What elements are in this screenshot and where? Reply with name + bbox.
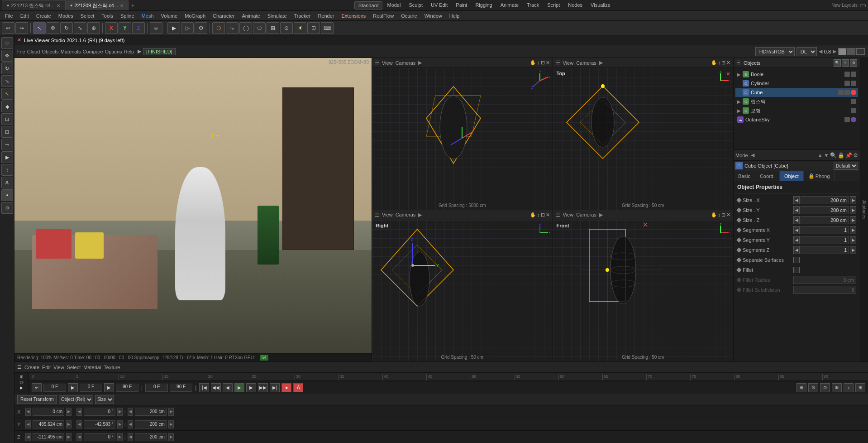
tree-item-cylinder[interactable]: C Cylinder (735, 79, 858, 88)
coord-x-left-arrow[interactable]: ◀ (25, 408, 31, 416)
menu-realflow[interactable]: RealFlow (370, 12, 397, 19)
vp-right-menu-icon[interactable]: ☰ (375, 212, 379, 218)
tab1-close-btn[interactable]: ✕ (57, 3, 60, 8)
sidebar-vertex-btn[interactable]: A (1, 177, 13, 188)
menu-help[interactable]: Help (446, 12, 463, 19)
vp-front-expand[interactable]: ▶ (599, 212, 603, 218)
vp-front-close-icon[interactable]: ✕ (726, 212, 730, 218)
coord-rz-left-arrow[interactable]: ◀ (76, 433, 82, 441)
vp-right-cameras[interactable]: Cameras (396, 212, 416, 217)
sidebar-logo-btn[interactable]: ✦ (1, 189, 13, 201)
tree-tag2-icon-octanesky[interactable] (851, 117, 856, 122)
sculpt-tools-btn[interactable]: ⌨ (321, 22, 334, 34)
coord-z-right-arrow[interactable]: ▶ (66, 433, 72, 441)
coord-sy-left-arrow[interactable]: ◀ (128, 420, 133, 429)
tc-right-current[interactable]: 0 F (145, 384, 168, 392)
sidebar-grid-btn[interactable]: ⊞ (1, 202, 13, 214)
prop-checkbox-separate-surfaces[interactable] (793, 257, 800, 263)
rp-menu-icon[interactable]: ☰ (736, 60, 741, 66)
transform-btn[interactable]: ⊕ (87, 22, 100, 34)
prop-tab-phong[interactable]: 🔒 Phong (804, 171, 835, 181)
vp-top-close-icon[interactable]: ✕ (726, 60, 730, 66)
reset-transform-btn[interactable]: Reset Transform (17, 395, 57, 404)
layout-paint[interactable]: Paint (452, 1, 471, 10)
hdr-select[interactable]: HDR/sRGB (755, 47, 795, 56)
coord-x-pos-input[interactable]: 0 cm (33, 408, 64, 416)
coord-x-rot-input[interactable]: 0 ° (84, 408, 115, 416)
tc-record-btn[interactable]: ● (281, 383, 291, 392)
vp-perspective-menu-icon[interactable]: ☰ (375, 60, 379, 66)
lv-menu-materials[interactable]: Materials (61, 49, 81, 54)
tc-play-btn[interactable]: ▶ (234, 383, 244, 392)
gen-btn[interactable]: ◯ (239, 22, 252, 34)
vp-right-view[interactable]: View (382, 212, 393, 217)
sidebar-scale-btn[interactable]: ⤡ (1, 75, 13, 87)
coord-y-pos-input[interactable]: 485.624 cm (33, 420, 64, 429)
move-btn[interactable]: ✥ (47, 22, 59, 34)
prop-up-icon[interactable]: ▲ (817, 152, 823, 159)
coord-z-pos-input[interactable]: -111.495 cm (33, 433, 64, 441)
tab-1[interactable]: ● 221213 립스틱.c4... ✕ (2, 0, 65, 10)
prop-down-icon[interactable]: ▼ (824, 152, 829, 159)
tree-expand-boole[interactable]: ▶ (737, 72, 741, 77)
timeline-icon-3[interactable]: ▶ (20, 385, 23, 390)
lv-prev-btn[interactable]: ◀ (819, 48, 822, 54)
lv-next-btn[interactable]: ▶ (833, 48, 836, 54)
prop-arrow-right-seg-z[interactable]: ▶ (850, 246, 856, 254)
tree-vis-icon-lipstick[interactable] (851, 99, 856, 104)
menu-extensions[interactable]: Extensions (338, 12, 369, 19)
coord-y-right-arrow[interactable]: ▶ (66, 420, 72, 429)
menu-tools[interactable]: Tools (98, 12, 116, 19)
vp-front-icon3[interactable]: ⊡ (721, 212, 725, 218)
tc-fps-btn[interactable]: ⊞ (855, 383, 865, 392)
sidebar-tweak-btn[interactable]: ◆ (1, 101, 13, 112)
coord-z-rot-input[interactable]: 0 ° (84, 433, 115, 441)
world-coord-btn[interactable]: ◎ (150, 22, 162, 34)
lv-color-btns[interactable] (838, 48, 865, 55)
tree-item-boole[interactable]: ▶ B Boole (735, 70, 858, 79)
sidebar-bp-btn[interactable]: ⊡ (1, 113, 13, 125)
prop-arrow-left-seg-z[interactable]: ◀ (793, 246, 800, 254)
sidebar-snap-btn[interactable]: ⊞ (1, 126, 13, 138)
tree-tag-icon-cube[interactable] (851, 90, 856, 95)
bottom-menu-edit[interactable]: Edit (42, 365, 51, 370)
prop-lock-icon[interactable]: 🔒 (838, 152, 844, 159)
vp-front-canvas[interactable]: X Y Front Grid Spacing : 50 cm (553, 220, 734, 362)
tree-vis-icon-cylinder[interactable] (844, 81, 850, 86)
layout-uv[interactable]: UV Edit (427, 1, 451, 10)
bottom-menu-create[interactable]: Create (24, 365, 39, 370)
tc-prev-key-btn[interactable]: ⊙ (808, 383, 818, 392)
bottom-menu-texture[interactable]: Texture (104, 365, 120, 370)
sidebar-rotate-btn[interactable]: ↻ (1, 63, 13, 74)
coord-rx-right-arrow[interactable]: ▶ (117, 408, 123, 416)
prop-arrow-left-seg-y[interactable]: ◀ (793, 236, 800, 244)
tree-vis-icon-insurance[interactable] (851, 108, 856, 113)
tc-forward-btn[interactable]: ▶ (104, 383, 114, 392)
prop-preset-select[interactable]: Default (834, 162, 858, 170)
vp-right-expand[interactable]: ▶ (418, 212, 422, 218)
tree-lock-icon-boole[interactable] (851, 72, 856, 77)
prop-arrow-right-size-z[interactable]: ▶ (850, 216, 856, 224)
bottom-menu-material[interactable]: Material (83, 365, 101, 370)
sidebar-anim-btn[interactable]: ▶ (1, 151, 13, 163)
tree-item-cube[interactable]: □ Cube (735, 88, 858, 97)
vp-perspective-move-icon[interactable]: ✋ (530, 60, 536, 66)
prop-arrow-left-seg-x[interactable]: ◀ (793, 226, 800, 234)
prop-arrow-right-size-y[interactable]: ▶ (850, 206, 856, 214)
coord-y-left-arrow[interactable]: ◀ (25, 420, 31, 429)
vp-front-move-icon[interactable]: ✋ (711, 212, 717, 218)
tree-vis-icon-boole[interactable] (844, 72, 850, 77)
prop-value-seg-y[interactable]: 1 (801, 236, 849, 244)
prop-value-seg-x[interactable]: 1 (801, 226, 849, 234)
prop-value-size-z[interactable]: 200 cm (801, 216, 849, 224)
vp-top-canvas[interactable]: X Z Top Grid Spacing : 50 cm (553, 68, 734, 210)
sidebar-move-btn[interactable]: ✥ (1, 50, 13, 62)
dl-select[interactable]: DL (796, 47, 817, 56)
layout-animate[interactable]: Animate (497, 1, 522, 10)
menu-render[interactable]: Render (315, 12, 337, 19)
scale-btn[interactable]: ⤡ (74, 22, 86, 34)
vp-perspective-view[interactable]: View (382, 60, 393, 66)
redo-btn[interactable]: ↪ (15, 22, 28, 34)
prop-tab-basic[interactable]: Basic (734, 171, 755, 181)
vp-perspective-canvas[interactable]: Grid Spacing : 5000 cm X Y Z (372, 68, 553, 210)
